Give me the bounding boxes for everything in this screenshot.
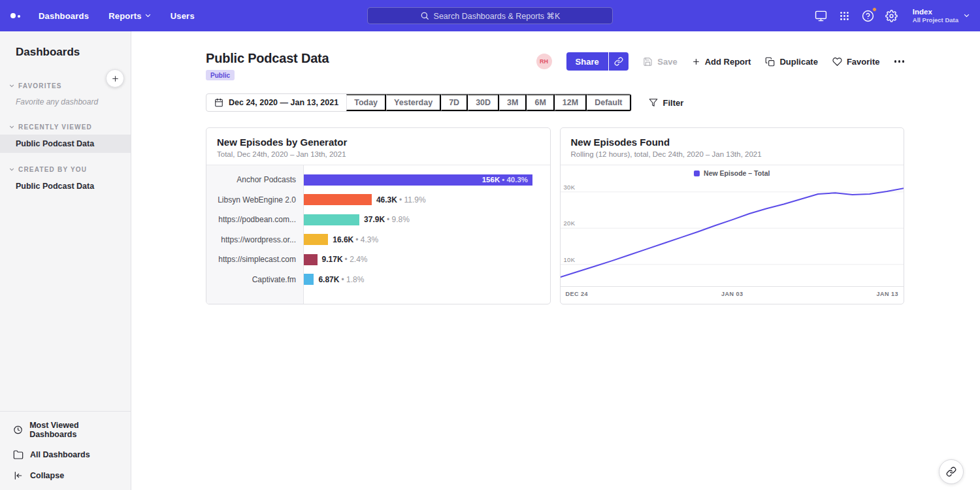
page-actions: RH Share Save Add Report Duplicate (536, 52, 904, 71)
section-label: FAVORITES (18, 82, 62, 90)
more-options-button[interactable] (894, 57, 905, 65)
nav-item-label: Reports (108, 11, 142, 21)
calendar-icon (214, 98, 223, 107)
footer-item-label: Most Viewed Dashboards (29, 421, 123, 439)
amplitude-logo-icon[interactable] (10, 13, 20, 18)
duplicate-button[interactable]: Duplicate (765, 57, 818, 67)
chevron-down-icon (964, 14, 970, 18)
bar-segment[interactable]: 156K• 40.3% (304, 174, 532, 186)
sidebar-section-created-by-you[interactable]: CREATED BY YOU (0, 162, 131, 177)
sidebar-title: Dashboards (16, 46, 120, 59)
sidebar-section-recently-viewed[interactable]: RECENTLY VIEWED (0, 120, 131, 135)
share-button[interactable]: Share (566, 52, 608, 71)
nav-item-label: Dashboards (39, 11, 89, 21)
apps-grid-icon[interactable] (838, 9, 851, 22)
footer-item-label: All Dashboards (30, 450, 90, 459)
preset-today[interactable]: Today (346, 94, 386, 111)
duplicate-label: Duplicate (779, 57, 818, 67)
date-range-picker[interactable]: Dec 24, 2020 — Jan 13, 2021 (206, 94, 346, 111)
y-axis-tick: 20K (564, 220, 576, 227)
nav-item-users[interactable]: Users (171, 11, 195, 21)
new-dashboard-button[interactable] (106, 69, 124, 88)
top-nav: Dashboards Reports Users Search Dashboar… (0, 0, 980, 31)
save-button[interactable]: Save (643, 57, 677, 67)
project-name: Index (913, 7, 958, 16)
bar-category-label: https://simplecast.com (206, 255, 304, 264)
nav-item-dashboards[interactable]: Dashboards (39, 11, 89, 21)
add-report-button[interactable]: Add Report (692, 57, 751, 67)
sidebar-item-public-podcast-data[interactable]: Public Podcast Data (0, 135, 131, 153)
share-link-fab[interactable] (939, 459, 964, 484)
filter-label: Filter (663, 98, 684, 108)
sidebar-item-public-podcast-data[interactable]: Public Podcast Data (0, 177, 131, 195)
line-plot-area: 30K 20K 10K (561, 181, 904, 286)
preset-30d[interactable]: 30D (468, 94, 499, 111)
all-dashboards-link[interactable]: All Dashboards (0, 444, 131, 465)
bar-row: https://simplecast.com9.17K• 2.4% (206, 250, 550, 270)
bar-category-label: Captivate.fm (206, 275, 304, 284)
chart-title: New Episodes Found (571, 137, 894, 148)
favorite-button[interactable]: Favorite (832, 57, 880, 67)
collapse-icon (13, 470, 24, 481)
filter-button[interactable]: Filter (649, 98, 684, 108)
bar-value-label: 16.6K• 4.3% (333, 235, 378, 244)
preset-12m[interactable]: 12M (555, 94, 587, 111)
chevron-down-icon (9, 84, 14, 88)
bar-value-label: 6.87K• 1.8% (318, 275, 364, 284)
preset-yesterday[interactable]: Yesterday (386, 94, 441, 111)
settings-gear-icon[interactable] (885, 9, 898, 22)
favorites-empty-hint: Favorite any dashboard (0, 93, 131, 110)
bar-row: https://podbean.com...37.9K• 9.8% (206, 210, 550, 230)
nav-item-label: Users (171, 11, 195, 21)
bar-segment[interactable] (304, 194, 372, 205)
nav-item-reports[interactable]: Reports (108, 11, 151, 21)
y-axis-tick: 10K (564, 256, 576, 263)
bar-segment[interactable] (304, 234, 328, 245)
chevron-down-icon (9, 125, 14, 129)
copy-icon (765, 57, 775, 67)
bar-value-label: 9.17K• 2.4% (322, 255, 368, 264)
copy-link-button[interactable] (609, 52, 629, 71)
search-input[interactable]: Search Dashboards & Reports ⌘K (367, 7, 613, 24)
bar-chart-card: New Episodes by Generator Total, Dec 24t… (206, 127, 551, 304)
data-monitor-icon[interactable] (815, 9, 828, 22)
line-chart-card: New Episodes Found Rolling (12 hours), t… (560, 127, 905, 304)
chart-legend[interactable]: New Episode – Total (561, 165, 904, 181)
page-title: Public Podcast Data (206, 51, 329, 66)
bar-segment[interactable] (304, 254, 318, 265)
link-icon (946, 466, 956, 477)
sidebar: Dashboards FAVORITES Favorite any dashbo… (0, 31, 131, 490)
add-report-label: Add Report (705, 57, 751, 67)
folder-icon (13, 449, 24, 460)
primary-nav: Dashboards Reports Users (39, 11, 195, 21)
collapse-sidebar-button[interactable]: Collapse (0, 465, 131, 486)
project-picker[interactable]: Index All Project Data (913, 7, 970, 24)
bar-segment[interactable] (304, 214, 359, 225)
bar-category-label: https://podbean.com... (206, 215, 304, 224)
help-icon[interactable] (862, 9, 875, 22)
share-button-group: Share (566, 52, 629, 71)
save-label: Save (657, 57, 677, 67)
preset-default[interactable]: Default (587, 94, 630, 111)
preset-3m[interactable]: 3M (499, 94, 527, 111)
plus-icon (111, 74, 120, 83)
most-viewed-dashboards-link[interactable]: Most Viewed Dashboards (0, 416, 131, 444)
bar-value-label: 46.3K• 11.9% (376, 195, 426, 204)
preset-7d[interactable]: 7D (441, 94, 468, 111)
project-subtitle: All Project Data (913, 16, 958, 24)
bar-category-label: Anchor Podcasts (206, 175, 304, 184)
bar-row: https://wordpress.or...16.6K• 4.3% (206, 230, 550, 250)
heart-icon (832, 57, 842, 67)
preset-6m[interactable]: 6M (527, 94, 554, 111)
section-label: RECENTLY VIEWED (18, 123, 92, 131)
plus-icon (692, 57, 700, 66)
footer-item-label: Collapse (30, 471, 64, 480)
bar-segment[interactable] (304, 274, 314, 285)
chevron-down-icon (145, 14, 151, 18)
owner-avatar[interactable]: RH (536, 54, 552, 69)
bar-row: Captivate.fm6.87K• 1.8% (206, 270, 550, 290)
bar-category-label: Libsyn WebEngine 2.0 (206, 195, 304, 204)
chevron-down-icon (9, 168, 14, 171)
search-icon (420, 11, 429, 20)
bar-row: Libsyn WebEngine 2.046.3K• 11.9% (206, 190, 550, 210)
